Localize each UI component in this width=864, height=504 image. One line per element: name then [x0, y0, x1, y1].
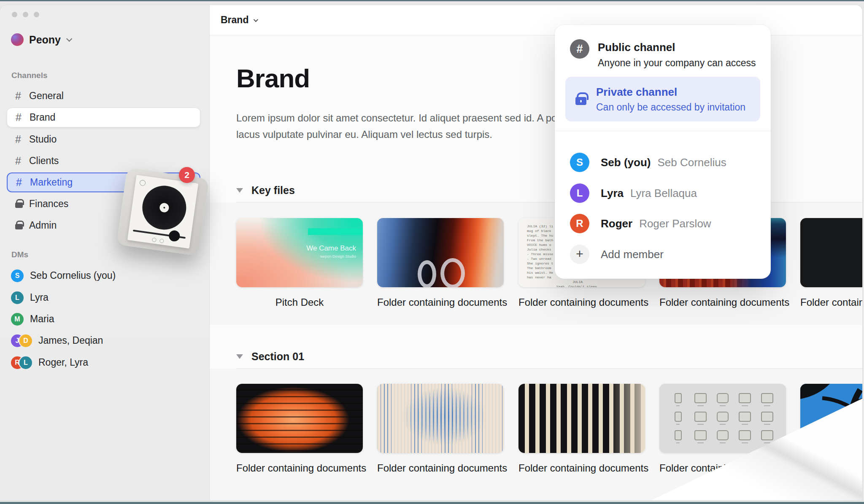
dm-item-maria[interactable]: M Maria	[7, 309, 200, 329]
disclosure-triangle-icon[interactable]	[236, 188, 243, 193]
vinyl-center	[159, 202, 170, 213]
workspace-name: Peony	[29, 34, 61, 46]
script-line: Yeah. Couldn't sleep.	[527, 284, 628, 287]
section-header-key-files[interactable]: Key files	[236, 184, 295, 197]
menu-item-title: Private channel	[596, 86, 745, 99]
avatar: M	[11, 313, 24, 326]
file-label: Folder containing documents	[518, 296, 645, 308]
close-window-icon[interactable]	[12, 12, 17, 17]
file-card-folder[interactable]: Folder containing documents	[659, 384, 786, 453]
avatar: R	[570, 214, 589, 233]
menu-item-subtitle: Can only be accessed by invitation	[596, 102, 745, 113]
file-label: Folder containing documents	[518, 462, 645, 474]
ring-shape	[418, 260, 436, 287]
workspace-avatar	[11, 33, 24, 46]
sidebar-item-clients[interactable]: Clients	[7, 151, 200, 171]
file-label: Folder containing documents	[377, 462, 504, 474]
member-name: Seb (you)	[601, 156, 651, 169]
vinyl-record	[140, 183, 189, 232]
dm-item-lyra[interactable]: L Lyra	[7, 288, 200, 307]
hash-icon	[15, 155, 28, 167]
dm-item-james-deqian[interactable]: J D James, Deqian	[7, 331, 200, 350]
turntable-knob	[139, 180, 146, 186]
hash-circle-icon	[570, 39, 589, 59]
file-thumbnail	[518, 384, 645, 453]
add-member-button[interactable]: Add member	[570, 245, 664, 264]
file-thumbnail	[377, 384, 504, 453]
avatar: S	[11, 270, 24, 282]
member-full-name: Seb Cornelius	[657, 156, 726, 169]
dms-section-label: DMs	[11, 250, 28, 259]
screenshot-stage: Peony Channels General Brand Studio Clie…	[0, 0, 864, 504]
chevron-down-icon	[66, 36, 72, 42]
file-card-folder[interactable]: Folder containing documents	[518, 384, 645, 453]
file-card-pitch-deck[interactable]: We Came Back wepon Design Studio Pitch D…	[236, 218, 363, 287]
disclosure-triangle-icon[interactable]	[236, 354, 243, 359]
member-row-seb[interactable]: S Seb (you)Seb Cornelius	[570, 153, 726, 172]
workspace-switcher[interactable]: Peony	[11, 33, 70, 46]
maximize-window-icon[interactable]	[34, 12, 39, 17]
file-thumbnail: Uploaded Agreement	[800, 218, 862, 287]
lock-icon	[575, 97, 586, 105]
add-member-label: Add member	[601, 248, 664, 261]
turntable-dial	[159, 239, 164, 243]
avatar: L	[19, 356, 32, 369]
turntable-illustration	[127, 175, 198, 248]
hash-icon	[15, 133, 28, 146]
file-thumbnail: We Came Back wepon Design Studio	[236, 218, 363, 287]
section-title: Key files	[251, 184, 295, 197]
page-title: Brand	[236, 63, 310, 93]
file-thumbnail	[659, 384, 786, 453]
sidebar-item-general[interactable]: General	[7, 86, 200, 106]
hash-icon	[16, 111, 28, 124]
channel-type-popover: Public channel Anyone in your company ca…	[555, 25, 771, 279]
chevron-down-icon[interactable]	[254, 17, 258, 22]
app-window: Peony Channels General Brand Studio Clie…	[0, 5, 862, 500]
file-card-folder[interactable]: Uploaded Agreement Folder containing doc…	[800, 218, 862, 287]
section-header-section-01[interactable]: Section 01	[236, 350, 304, 363]
member-name: Lyra	[601, 187, 624, 199]
member-name: Roger	[601, 217, 632, 230]
file-label: Pitch Deck	[236, 296, 363, 308]
dm-label: Lyra	[30, 292, 49, 303]
dm-label: James, Deqian	[38, 335, 103, 346]
minimize-window-icon[interactable]	[23, 12, 28, 17]
file-label: Folder containing documents	[800, 296, 862, 308]
turntable-dial	[152, 237, 157, 242]
thumb-overlay-subtitle: wepon Design Studio	[306, 254, 356, 259]
menu-item-title: Public channel	[598, 41, 756, 54]
dm-label: Maria	[30, 313, 54, 325]
window-controls[interactable]	[12, 12, 39, 17]
file-card-folder[interactable]: Folder containing documents	[377, 218, 504, 287]
channel-label: General	[29, 90, 64, 102]
avatar: L	[11, 291, 24, 304]
background-window-top-edge	[0, 0, 864, 1]
member-row-roger[interactable]: R RogerRoger Parslow	[570, 214, 711, 233]
hash-icon	[16, 176, 29, 189]
dm-item-seb[interactable]: S Seb Cornelius (you)	[7, 266, 200, 286]
channel-label: Admin	[29, 220, 57, 231]
background-window-bottom-edge	[0, 502, 864, 504]
channel-label: Finances	[29, 198, 68, 210]
menu-item-subtitle: Anyone in your company can access	[598, 57, 756, 69]
avatar: L	[570, 183, 589, 203]
file-card-folder[interactable]: Folder containing documents	[236, 384, 363, 453]
channel-label: Brand	[30, 112, 55, 123]
member-row-lyra[interactable]: L LyraLyra Bellaqua	[570, 183, 697, 203]
hash-icon	[15, 90, 28, 102]
channel-label: Marketing	[30, 177, 73, 188]
file-label: Folder containing documents	[659, 296, 786, 308]
plus-icon	[570, 245, 589, 264]
script-line: JULIA	[527, 280, 628, 284]
breadcrumb[interactable]: Brand	[221, 14, 248, 26]
sidebar-item-studio[interactable]: Studio	[7, 129, 200, 149]
popover-divider	[555, 131, 771, 131]
ring-shape	[440, 258, 465, 287]
dragged-file-card[interactable]	[116, 167, 209, 256]
menu-item-public-channel[interactable]: Public channel Anyone in your company ca…	[570, 39, 756, 69]
file-card-folder[interactable]: Folder containing documents	[377, 384, 504, 453]
sidebar-item-brand[interactable]: Brand	[7, 108, 200, 127]
dm-item-roger-lyra[interactable]: R L Roger, Lyra	[7, 353, 200, 372]
menu-item-private-channel[interactable]: Private channel Can only be accessed by …	[565, 77, 760, 121]
lock-icon	[15, 200, 28, 208]
